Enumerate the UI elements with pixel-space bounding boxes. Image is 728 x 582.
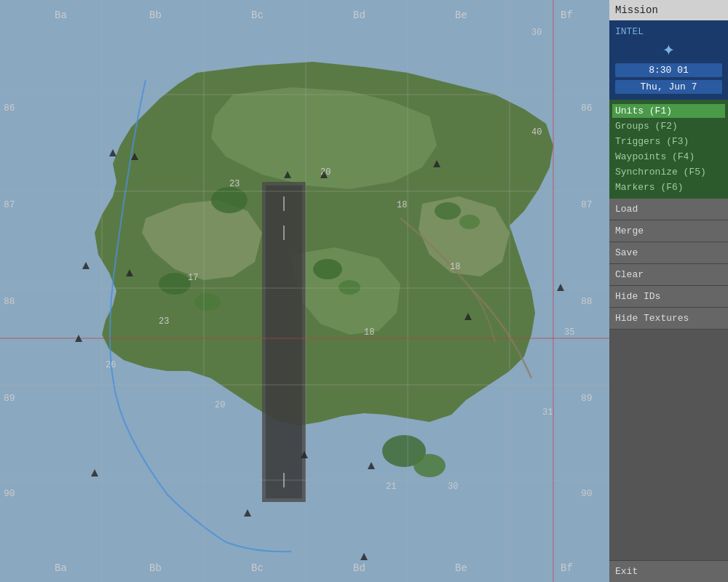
map-area[interactable]: Ba Bb Bc Bd Be Bf Ba Bb Bc Bd Be Bf 86 8… bbox=[0, 0, 609, 582]
svg-text:88: 88 bbox=[4, 296, 15, 307]
svg-point-7 bbox=[159, 273, 191, 295]
svg-text:89: 89 bbox=[581, 393, 593, 404]
svg-text:Bd: Bd bbox=[353, 562, 365, 574]
hide-ids-button[interactable]: Hide IDs bbox=[609, 286, 728, 308]
svg-text:86: 86 bbox=[4, 103, 15, 113]
save-button[interactable]: Save bbox=[609, 242, 728, 264]
svg-text:87: 87 bbox=[4, 199, 15, 210]
svg-text:90: 90 bbox=[581, 488, 593, 499]
svg-text:89: 89 bbox=[4, 393, 15, 404]
svg-text:18: 18 bbox=[397, 200, 407, 210]
svg-text:Be: Be bbox=[455, 9, 467, 21]
svg-point-14 bbox=[459, 215, 480, 229]
intel-label: INTEL bbox=[615, 26, 644, 37]
intel-box: INTEL ✦ 8:30 01 Thu, Jun 7 bbox=[609, 20, 728, 100]
svg-point-13 bbox=[435, 202, 461, 220]
svg-text:Bb: Bb bbox=[149, 9, 162, 21]
svg-text:23: 23 bbox=[159, 316, 169, 327]
svg-text:Be: Be bbox=[455, 562, 467, 574]
svg-point-6 bbox=[211, 187, 248, 213]
svg-text:31: 31 bbox=[542, 407, 553, 418]
sun-icon: ✦ bbox=[662, 40, 675, 60]
svg-text:86: 86 bbox=[581, 103, 593, 113]
svg-text:40: 40 bbox=[531, 127, 542, 137]
svg-point-9 bbox=[313, 259, 342, 279]
hide-textures-button[interactable]: Hide Textures bbox=[609, 308, 728, 330]
svg-text:20: 20 bbox=[215, 400, 225, 410]
nav-item-triggers[interactable]: Triggers (F3) bbox=[612, 135, 725, 148]
svg-text:17: 17 bbox=[188, 273, 198, 283]
intel-date: Thu, Jun 7 bbox=[615, 80, 722, 94]
nav-item-synchronize[interactable]: Synchronize (F5) bbox=[612, 165, 725, 179]
svg-text:88: 88 bbox=[581, 296, 593, 307]
svg-text:Bc: Bc bbox=[251, 9, 264, 21]
sidebar-spacer bbox=[609, 330, 728, 560]
svg-text:Bf: Bf bbox=[561, 9, 573, 21]
svg-text:26: 26 bbox=[106, 360, 116, 370]
clear-button[interactable]: Clear bbox=[609, 264, 728, 286]
svg-text:35: 35 bbox=[564, 327, 574, 338]
sidebar: Mission INTEL ✦ 8:30 01 Thu, Jun 7 Units… bbox=[609, 0, 728, 582]
exit-button[interactable]: Exit bbox=[609, 560, 728, 582]
svg-text:Bf: Bf bbox=[561, 562, 573, 574]
svg-text:Ba: Ba bbox=[55, 9, 67, 21]
nav-item-waypoints[interactable]: Waypoints (F4) bbox=[612, 150, 725, 164]
svg-point-10 bbox=[339, 280, 360, 295]
svg-text:87: 87 bbox=[581, 199, 593, 210]
nav-item-units[interactable]: Units (F1) bbox=[612, 104, 725, 118]
svg-point-8 bbox=[194, 293, 221, 311]
svg-text:18: 18 bbox=[450, 262, 460, 272]
svg-text:Bd: Bd bbox=[353, 9, 365, 21]
svg-text:Bb: Bb bbox=[149, 562, 162, 574]
svg-text:90: 90 bbox=[4, 488, 15, 499]
svg-text:Ba: Ba bbox=[55, 562, 67, 574]
load-button[interactable]: Load bbox=[609, 199, 728, 220]
svg-text:30: 30 bbox=[448, 482, 458, 492]
svg-text:21: 21 bbox=[386, 482, 396, 492]
nav-menu: Units (F1) Groups (F2) Triggers (F3) Way… bbox=[609, 100, 728, 199]
svg-point-12 bbox=[414, 454, 446, 477]
nav-item-groups[interactable]: Groups (F2) bbox=[612, 119, 725, 133]
merge-button[interactable]: Merge bbox=[609, 220, 728, 242]
svg-text:30: 30 bbox=[531, 28, 542, 38]
svg-text:Bc: Bc bbox=[251, 562, 264, 574]
mission-label: Mission bbox=[615, 4, 658, 16]
svg-text:23: 23 bbox=[229, 179, 240, 189]
nav-item-markers[interactable]: Markers (F6) bbox=[612, 180, 725, 194]
intel-time: 8:30 01 bbox=[615, 63, 722, 77]
mission-header: Mission bbox=[609, 0, 728, 20]
svg-text:18: 18 bbox=[364, 327, 374, 338]
